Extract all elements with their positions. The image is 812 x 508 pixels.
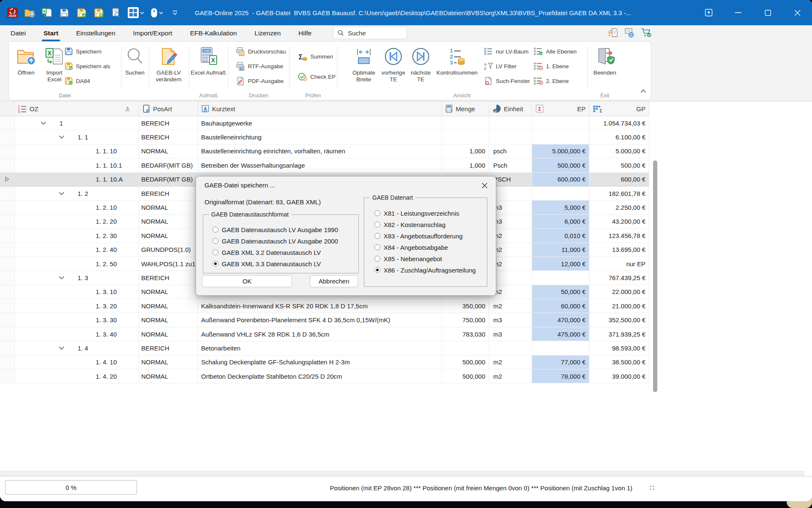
table-row[interactable]: 1. 4. 20NORMALOrtbeton Deckenplatte Stah…: [0, 369, 649, 383]
kontrollsummen-button[interactable]: 123 Kontrollsummen: [433, 45, 481, 76]
table-row[interactable]: 1. 3. 30NORMALAußenwand Porenbeton-Plane…: [0, 313, 649, 327]
menu-tab-efb-kalkulation[interactable]: EFB-Kalkulation: [190, 25, 237, 41]
column-header-posart[interactable]: PosArt: [139, 102, 198, 116]
search-button[interactable]: Suchen: [122, 45, 148, 76]
search-input[interactable]: [347, 29, 399, 37]
minimize-button[interactable]: [723, 0, 753, 25]
table-row[interactable]: 1. 3. 20NORMALKalksandstein-Innenwand KS…: [0, 299, 649, 313]
table-row[interactable]: 1. 4. 10NORMALSchalung Deckenplatte GF-S…: [0, 356, 649, 369]
table-row[interactable]: 1. 1. 10.1BEDARF(MIT GB)Betreiben der Wa…: [0, 158, 649, 172]
radio-button-icon[interactable]: [374, 267, 380, 273]
save-button[interactable]: Speichern: [65, 47, 110, 56]
datenart-option[interactable]: X85 - Nebenangebot: [374, 255, 487, 262]
close-button[interactable]: [782, 0, 812, 25]
table-row[interactable]: 1. 1. 10NORMALBaustelleneinrichtung einr…: [0, 144, 649, 158]
mouse-settings-icon[interactable]: [151, 8, 163, 18]
beenden-button[interactable]: Beenden: [590, 45, 620, 76]
pdf-ausgabe-button[interactable]: PDF-Ausgabe: [236, 76, 286, 86]
ribbon-collapse-icon[interactable]: [638, 86, 649, 96]
vertical-scrollbar[interactable]: [653, 116, 658, 471]
expand-chevron-icon[interactable]: [59, 135, 78, 139]
lv-filter-button[interactable]: AZ LV Filter: [484, 61, 530, 71]
search-box[interactable]: [333, 27, 407, 39]
resize-grip[interactable]: [650, 486, 656, 492]
ok-button[interactable]: OK: [202, 275, 292, 287]
menu-tab-start[interactable]: Start: [43, 25, 58, 41]
column-header-ep[interactable]: Σ EP: [532, 102, 589, 116]
gaeb-lv-veraendern-button[interactable]: GAEB-LV verändern: [151, 45, 187, 83]
datenart-option[interactable]: X83 - Angebotsaufforderung: [374, 232, 487, 240]
grid-menu-icon[interactable]: [128, 7, 144, 18]
druckvorschau-button[interactable]: Druckvorschau: [236, 47, 286, 56]
radio-button-icon[interactable]: [374, 222, 380, 227]
radio-button-icon[interactable]: [212, 249, 218, 255]
open-button[interactable]: Öffnen: [11, 45, 41, 76]
summen-button[interactable]: Σ Summen: [298, 52, 336, 61]
table-row[interactable]: 1. 3. 40NORMALAußenwand VHLz SFK 28 RDK …: [0, 327, 649, 341]
table-row[interactable]: 1. 4BEREICHBetonarbeiten98.593,00 €: [0, 341, 649, 355]
datenart-option[interactable]: X84 - Angebotsabgabe: [374, 243, 487, 251]
import-excel-button[interactable]: X Import Excel: [43, 45, 65, 83]
datenart-option[interactable]: X81 - Leistungsverzeichnis: [374, 209, 487, 217]
ebene-1-button[interactable]: 1 1. Ebene: [533, 61, 577, 71]
datenart-option[interactable]: X86 - Zuschlag/Auftragserteilung: [374, 266, 487, 274]
menu-tab-einstellungen[interactable]: Einstellungen: [76, 25, 116, 41]
menu-tab-lizenzen[interactable]: Lizenzen: [255, 25, 281, 41]
da84-button[interactable]: DA84: [65, 76, 110, 86]
column-header-oz[interactable]: 123 OZ: [15, 102, 139, 116]
vorherige-te-button[interactable]: vorherige TE: [380, 45, 407, 83]
radio-button-icon[interactable]: [212, 227, 218, 233]
rtf-ausgabe-button[interactable]: W RTF-Ausgabe: [236, 61, 286, 71]
cell-ep: 11,000 €: [532, 243, 589, 257]
table-row[interactable]: 1. 1BEREICHBaustelleneinrichtung6.100,00…: [0, 130, 649, 144]
menu-tab-hilfe[interactable]: Hilfe: [298, 25, 312, 41]
excel-aufmass-button[interactable]: 0.00X Excel Aufmaß: [191, 45, 226, 76]
ebene-2-button[interactable]: 2 2. Ebene: [533, 76, 577, 86]
expand-chevron-icon[interactable]: [59, 276, 78, 280]
column-header-menge[interactable]: Menge: [442, 102, 489, 116]
radio-button-icon[interactable]: [374, 244, 380, 250]
such-fenster-button[interactable]: Such-Fenster: [484, 76, 530, 86]
shop-cart-icon[interactable]: [640, 27, 652, 38]
open-file-icon[interactable]: [24, 7, 35, 18]
radio-button-icon[interactable]: [212, 238, 218, 244]
expand-chevron-icon[interactable]: [59, 346, 78, 350]
menu-tab-import-export[interactable]: Import/Export: [133, 25, 172, 41]
column-header-kurztext[interactable]: A Kurztext: [198, 102, 442, 116]
sort-icon[interactable]: [125, 107, 130, 111]
save-as-icon[interactable]: [76, 7, 87, 18]
radio-button-icon[interactable]: [374, 210, 380, 216]
table-row[interactable]: 1BEREICHBauhauptgewerke1.054.734,03 €: [0, 116, 649, 130]
maximize-button[interactable]: [753, 0, 782, 25]
radio-button-icon[interactable]: [374, 233, 380, 239]
column-header-gp[interactable]: Σ GP: [589, 102, 649, 116]
optimale-breite-button[interactable]: Optimale Breite: [347, 45, 381, 83]
dialog-close-icon[interactable]: [480, 181, 489, 190]
remote-support-icon[interactable]: [608, 27, 618, 38]
format-option[interactable]: GAEB Datenaustausch LV Ausgabe 2000: [212, 237, 358, 245]
web-print-icon[interactable]: [624, 27, 635, 38]
nur-lv-baum-button[interactable]: nur LV-Baum: [484, 47, 530, 56]
menu-tab-datei[interactable]: Datei: [11, 25, 26, 41]
save-da84-icon[interactable]: [93, 7, 104, 18]
popout-icon[interactable]: [694, 0, 723, 25]
naechste-te-button[interactable]: nächste TE: [407, 45, 434, 83]
print-preview-icon[interactable]: [110, 7, 121, 18]
check-ep-button[interactable]: € Check EP: [298, 72, 336, 81]
alle-ebenen-button[interactable]: Alle Ebenen: [533, 47, 577, 56]
datenart-option[interactable]: X82 - Kostenanschlag: [374, 221, 487, 228]
radio-button-icon[interactable]: [374, 256, 380, 262]
format-option[interactable]: GAEB XML 3.2 Datenaustausch LV: [212, 249, 358, 256]
radio-button-icon[interactable]: [212, 261, 218, 267]
format-option[interactable]: GAEB XML 3.3 Datenaustausch LV: [212, 260, 358, 267]
expand-chevron-icon[interactable]: [40, 121, 59, 125]
column-header-einheit[interactable]: Einheit: [489, 102, 532, 116]
save-as-button[interactable]: Speichern als: [65, 61, 110, 71]
cancel-button[interactable]: Abbrechen: [310, 275, 358, 287]
quick-access-collapse-icon[interactable]: [169, 7, 180, 18]
save-icon[interactable]: [59, 7, 70, 18]
scrollbar-thumb[interactable]: [653, 160, 657, 392]
expand-chevron-icon[interactable]: [59, 192, 78, 195]
format-option[interactable]: GAEB Datenaustausch LV Ausgabe 1990: [212, 226, 358, 233]
import-excel-icon[interactable]: X: [41, 7, 52, 18]
